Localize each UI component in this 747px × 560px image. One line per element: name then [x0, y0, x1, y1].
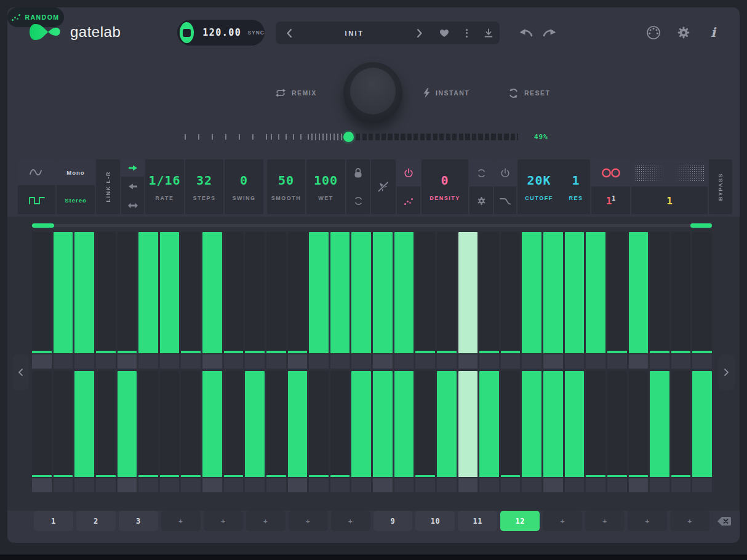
swing-cell[interactable]: 0 SWING [225, 159, 263, 214]
preset-prev-button[interactable] [276, 22, 303, 44]
step[interactable] [266, 232, 286, 369]
filter-power-button[interactable] [494, 159, 516, 186]
step[interactable] [224, 232, 244, 369]
step[interactable] [351, 371, 371, 492]
rate-cell[interactable]: 1/16 RATE [145, 159, 184, 214]
step[interactable] [245, 371, 265, 492]
filter-type-button[interactable] [494, 188, 516, 214]
bypass-toggle[interactable]: BYPASS [709, 159, 732, 214]
fade-amount-display[interactable]: 1 [631, 188, 708, 214]
settings-gear-icon[interactable] [676, 25, 692, 41]
step[interactable] [118, 232, 137, 369]
reset-button[interactable]: RESET [508, 87, 551, 99]
step[interactable] [96, 232, 116, 369]
step[interactable] [437, 232, 457, 369]
step[interactable] [160, 232, 180, 369]
step[interactable] [118, 371, 137, 492]
pattern-slot-11[interactable]: 11 [458, 511, 497, 531]
regenerate-button[interactable] [469, 159, 493, 186]
step[interactable] [522, 232, 541, 369]
step[interactable] [351, 232, 371, 369]
step[interactable] [224, 371, 244, 492]
step[interactable] [330, 232, 350, 369]
bpm-display[interactable]: 120.00 [202, 27, 241, 38]
step[interactable] [565, 371, 585, 492]
step[interactable] [607, 232, 627, 369]
loop-range-track[interactable] [32, 224, 712, 227]
step[interactable] [607, 371, 627, 492]
step[interactable] [138, 371, 158, 492]
step[interactable] [479, 371, 499, 492]
advanced-settings-button[interactable] [469, 188, 493, 214]
infinite-loop-button[interactable] [591, 159, 630, 186]
step[interactable] [501, 371, 521, 492]
step[interactable] [181, 371, 201, 492]
step[interactable] [458, 232, 478, 369]
step[interactable] [202, 232, 222, 369]
step[interactable] [415, 232, 435, 369]
step[interactable] [288, 232, 308, 369]
direction-reverse-button[interactable] [121, 178, 144, 195]
add-pattern-button[interactable]: + [246, 511, 286, 531]
pattern-slot-12[interactable]: 12 [500, 511, 540, 531]
steps-cell[interactable]: 32 STEPS [185, 159, 223, 214]
lock-button[interactable] [346, 159, 370, 186]
density-random-button[interactable] [397, 188, 420, 214]
step[interactable] [202, 371, 222, 492]
step[interactable] [181, 232, 201, 369]
undo-button[interactable] [518, 26, 534, 39]
play-stop-button[interactable] [180, 22, 194, 43]
scroll-right-button[interactable] [718, 354, 735, 390]
add-pattern-button[interactable]: + [289, 511, 328, 531]
sync-label[interactable]: SYNC [247, 30, 265, 36]
add-pattern-button[interactable]: + [670, 511, 709, 531]
step[interactable] [692, 371, 712, 492]
pattern-slot-9[interactable]: 9 [374, 511, 413, 531]
preset-name[interactable]: INIT [303, 30, 406, 37]
step[interactable] [586, 371, 605, 492]
density-cell[interactable]: 0 DENSITY [421, 159, 468, 214]
step[interactable] [266, 371, 286, 492]
step[interactable] [586, 232, 605, 369]
step[interactable] [96, 371, 116, 492]
stereo-button[interactable]: Stereo [57, 186, 95, 214]
remix-button[interactable]: REMIX [275, 87, 317, 99]
add-pattern-button[interactable]: + [161, 511, 201, 531]
wet-cell[interactable]: 100 WET [306, 159, 345, 214]
retrigger-off-button[interactable] [371, 159, 396, 214]
step[interactable] [74, 371, 94, 492]
midi-settings-button[interactable] [645, 25, 662, 41]
favorite-button[interactable] [433, 22, 455, 44]
step[interactable] [394, 232, 414, 369]
step[interactable] [458, 371, 478, 492]
step[interactable] [650, 232, 669, 369]
step[interactable] [330, 371, 350, 492]
scroll-left-button[interactable] [12, 354, 29, 390]
step[interactable] [671, 232, 691, 369]
step[interactable] [543, 371, 563, 492]
preset-next-button[interactable] [406, 22, 433, 44]
main-macro-knob[interactable] [343, 62, 402, 124]
preset-menu-button[interactable] [455, 22, 477, 44]
step[interactable] [501, 232, 521, 369]
pattern-slot-1[interactable]: 1 [34, 511, 73, 531]
delete-pattern-button[interactable] [716, 516, 732, 527]
relock-button[interactable] [346, 188, 370, 214]
add-pattern-button[interactable]: + [331, 511, 370, 531]
cutoff-control[interactable]: 20K CUTOFF [517, 159, 561, 214]
step[interactable] [245, 232, 265, 369]
square-wave-button[interactable] [18, 186, 55, 214]
direction-pingpong-button[interactable] [121, 196, 144, 214]
step[interactable] [565, 232, 585, 369]
step[interactable] [54, 371, 73, 492]
add-pattern-button[interactable]: + [204, 511, 243, 531]
step[interactable] [373, 232, 393, 369]
direction-forward-button[interactable] [121, 159, 144, 177]
step[interactable] [479, 232, 499, 369]
loop-count-display[interactable]: 11 [591, 188, 630, 214]
step[interactable] [138, 232, 158, 369]
step[interactable] [394, 371, 414, 492]
instant-button[interactable]: INSTANT [423, 87, 469, 99]
add-pattern-button[interactable]: + [543, 511, 582, 531]
step[interactable] [373, 371, 393, 492]
